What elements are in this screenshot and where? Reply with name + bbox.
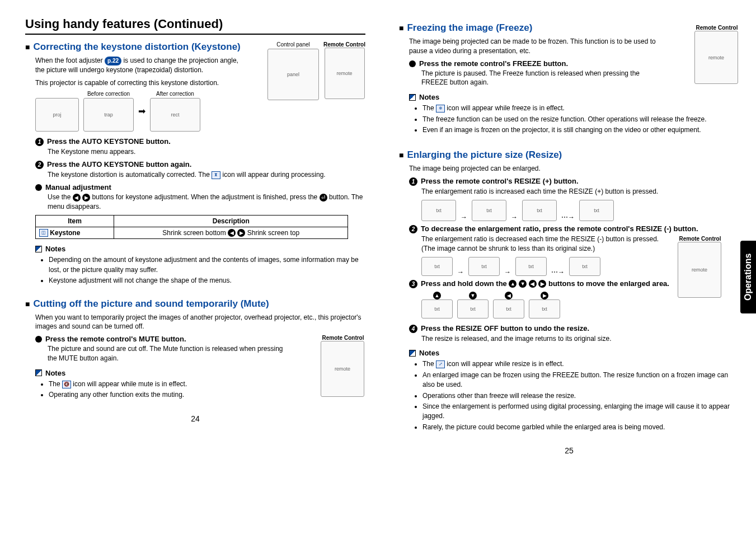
resize-step-3: 3 Press and hold down the ▲ ▼ ◀ ▶ button…	[409, 279, 673, 288]
before-figure: trap	[83, 98, 134, 132]
table-header-item: Item	[36, 215, 114, 227]
list-item: The ⤢ icon will appear while resize is i…	[422, 359, 739, 369]
resize-shrink-figure: txt→ txt→ txt⋯→ txt	[421, 257, 673, 276]
resize-notes-heading: Notes	[409, 349, 739, 357]
main-title: Using handy features (Continued)	[25, 17, 365, 35]
control-panel-figure: panel	[267, 49, 319, 100]
freeze-indicator-icon: ❄	[436, 105, 445, 113]
resize-step4-title: Press the RESIZE OFF button to undo the …	[421, 324, 589, 332]
step-number-3-icon: 3	[409, 280, 417, 288]
list-item: Since the enlargement is performed using…	[422, 402, 739, 421]
keystone-manual: Manual adjustment	[35, 183, 365, 191]
keystone-step2-body: The keystone distortion is automatically…	[48, 170, 365, 180]
keystone-step2-title: Press the AUTO KEYSTONE button again.	[47, 160, 191, 168]
step-number-2-icon: 2	[409, 225, 417, 233]
freeze-remote-group: Remote Control remote	[694, 25, 739, 84]
remote-figure-3: remote	[694, 31, 738, 84]
down-arrow-icon: ▼	[469, 292, 477, 299]
keystone-intro: When the foot adjuster p.22 is used to c…	[35, 56, 242, 75]
freeze-heading: Freezing the image (Freeze)	[399, 22, 690, 34]
left-arrow-icon-3: ◀	[529, 280, 537, 288]
control-panel-label: Control panel	[276, 41, 309, 48]
keystone-before-after: proj Before correction trap ➡ After corr…	[35, 91, 267, 132]
section-mute: Cutting off the picture and sound tempor…	[25, 298, 365, 406]
mute-heading: Cutting off the picture and sound tempor…	[25, 298, 365, 310]
projector-angle-figure: proj	[35, 98, 79, 132]
keystone-step1-body: The Keystone menu appears.	[48, 147, 365, 157]
page-25: Remote Control remote Freezing the image…	[399, 17, 739, 455]
keystone-step1-title: Press the AUTO KEYSTONE button.	[47, 137, 171, 146]
keystone-processing-icon: ⧗	[212, 171, 220, 179]
up-arrow-icon: ▲	[509, 280, 516, 288]
freeze-notes-heading: Notes	[409, 93, 739, 101]
right-arrow-icon: ▶	[82, 194, 90, 202]
mute-step-body: The picture and sound are cut off. The M…	[48, 344, 288, 363]
resize-step1-body: The enlargement ratio is increased each …	[421, 187, 739, 196]
list-item: Operations other than freeze will releas…	[422, 391, 739, 401]
section-keystone: Control panel panel Remote Control remot…	[25, 41, 365, 286]
freeze-step-body: The picture is paused. The Freeze functi…	[421, 69, 651, 88]
arrow-right-icon: ➡	[138, 106, 145, 116]
remote-figure-1: remote	[325, 48, 365, 99]
keystone-row-icon: ◫	[39, 229, 48, 237]
mute-step: Press the remote control's MUTE button.	[35, 335, 316, 343]
remote-label-4: Remote Control	[678, 236, 722, 242]
freeze-intro: The image being projected can be made to…	[409, 37, 672, 56]
after-figure: rect	[150, 98, 200, 132]
list-item: The ❄ icon will appear while freeze is i…	[422, 104, 739, 113]
remote-label-2: Remote Control	[321, 335, 365, 341]
keystone-table: Item Description ◫ Keystone Shrink scree…	[35, 215, 348, 240]
left-arrow-icon-2: ◀	[228, 229, 236, 237]
remote-label-3: Remote Control	[694, 25, 739, 31]
list-item: The 🔇 icon will appear while mute is in …	[49, 380, 365, 389]
freeze-step: Press the remote control's FREEZE button…	[409, 59, 690, 68]
keystone-intro2: This projector is capable of correcting …	[35, 78, 231, 88]
step-number-4-icon: 4	[409, 325, 417, 333]
resize-remote-group: Remote Control remote	[678, 236, 722, 298]
right-arrow-icon: ▶	[541, 292, 548, 299]
after-label: After correction	[156, 91, 194, 97]
page-ref-p22: p.22	[105, 57, 121, 65]
bullet-icon	[35, 336, 42, 343]
step-number-2-icon: 2	[35, 161, 44, 169]
list-item: An enlarged image can be frozen using th…	[422, 371, 739, 390]
table-item-keystone: Keystone	[50, 229, 80, 237]
mute-intro: When you want to temporarily project the…	[35, 313, 365, 332]
keystone-heading: Correcting the keystone distortion (Keys…	[25, 41, 267, 53]
right-arrow-icon-3: ▶	[538, 280, 546, 288]
mute-indicator-icon: 🔇	[62, 381, 71, 388]
resize-notes: The ⤢ icon will appear while resize is i…	[416, 359, 739, 432]
resize-intro: The image being projected can be enlarge…	[409, 164, 739, 174]
bullet-icon	[409, 60, 416, 67]
side-tab-operations[interactable]: Operations	[740, 241, 756, 313]
mute-step-title: Press the remote control's MUTE button.	[45, 335, 186, 343]
list-item: Keystone adjustment will not change the …	[49, 276, 365, 285]
page-24: Using handy features (Continued) Control…	[25, 17, 365, 455]
step-number-1-icon: 1	[409, 177, 417, 186]
keystone-step-1: 1 Press the AUTO KEYSTONE button.	[35, 137, 365, 146]
keystone-notes: Depending on the amount of keystone adju…	[42, 255, 365, 285]
remote-figure-2: remote	[321, 341, 364, 397]
keystone-panels: Control panel panel Remote Control remot…	[267, 41, 365, 100]
section-freeze: Remote Control remote Freezing the image…	[399, 22, 739, 140]
freeze-notes: The ❄ icon will appear while freeze is i…	[416, 104, 739, 135]
page-number-right: 25	[399, 438, 739, 455]
list-item: Operating any other function exits the m…	[49, 390, 365, 400]
freeze-step-title: Press the remote control's FREEZE button…	[419, 59, 568, 68]
resize-step3-title: Press and hold down the ▲ ▼ ◀ ▶ buttons …	[421, 279, 669, 288]
list-item: Depending on the amount of keystone adju…	[49, 255, 365, 275]
keystone-manual-title: Manual adjustment	[45, 183, 111, 191]
section-resize: Enlarging the picture size (Resize) The …	[399, 149, 739, 432]
resize-indicator-icon: ⤢	[436, 360, 445, 368]
keystone-notes-heading: Notes	[35, 245, 365, 253]
mute-remote-group: Remote Control remote	[321, 335, 365, 397]
list-item: Even if an image is frozen on the projec…	[422, 125, 739, 135]
resize-heading: Enlarging the picture size (Resize)	[399, 149, 739, 161]
enter-icon: ⏎	[320, 194, 327, 202]
remote-label-1: Remote Control	[323, 41, 365, 48]
table-header-desc: Description	[114, 215, 348, 227]
left-arrow-icon: ◀	[505, 292, 513, 299]
mute-notes-heading: Notes	[35, 369, 316, 377]
resize-step2-title: To decrease the enlargement ratio, press…	[421, 224, 698, 233]
page-number-left: 24	[25, 406, 365, 423]
